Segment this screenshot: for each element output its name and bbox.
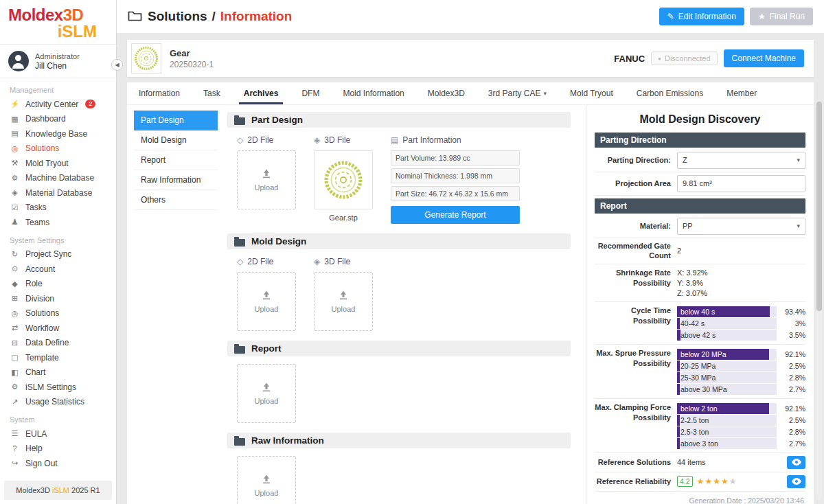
sidebar-item-tasks[interactable]: ☑ Tasks <box>0 201 116 216</box>
possibility-bar: above 42 s <box>677 330 777 341</box>
sidebar-item-usage-statistics[interactable]: ↗ Usage Statistics <box>0 395 116 410</box>
sidebar-collapse-button[interactable]: ◀ <box>111 59 123 71</box>
sidebar-item-label: Teams <box>25 218 49 227</box>
scrollbar[interactable] <box>816 102 822 500</box>
chevron-down-icon: ▾ <box>797 222 800 230</box>
sidebar-item-mold-tryout[interactable]: ⚒ Mold Tryout <box>0 156 116 171</box>
upload-report-file[interactable]: Upload <box>237 364 296 423</box>
workflow-icon: ⇄ <box>10 323 20 332</box>
sidebar-item-dashboard[interactable]: ▦ Dashboard <box>0 112 116 127</box>
possibility-row: 20-25 MPa 2.5% <box>677 360 805 371</box>
parting-direction-select[interactable]: Z ▾ <box>677 152 805 169</box>
user-role: Administrator <box>35 52 80 60</box>
gear-preview-image <box>323 160 363 200</box>
sidebar-item-sign-out[interactable]: ↪ Sign Out <box>0 456 116 471</box>
sidebar-item-material-database[interactable]: ◈ Material Database <box>0 185 116 201</box>
possibility-bar: above 3 ton <box>677 438 777 449</box>
logo-islm: iSLM <box>8 22 108 41</box>
upload-2d-mold-file[interactable]: Upload <box>237 272 296 331</box>
generate-report-button[interactable]: Generate Report <box>391 206 520 224</box>
pencil-icon: ✎ <box>667 12 674 21</box>
sidebar-item-division[interactable]: ⊞ Division <box>0 291 116 306</box>
sidebar-item-islm-settings[interactable]: ⚙ iSLM Settings <box>0 380 116 395</box>
sidebar-item-knowledge-base[interactable]: ▤ Knowledge Base <box>0 126 116 141</box>
sidebar-item-label: Usage Statistics <box>25 397 84 406</box>
subnav-mold-design[interactable]: Mold Design <box>134 130 218 150</box>
folder-icon <box>234 346 245 354</box>
sidebar-item-chart[interactable]: ◧ Chart <box>0 365 116 380</box>
solutions-settings-icon: ◎ <box>10 309 20 318</box>
upload-2d-part-file[interactable]: Upload <box>237 150 296 209</box>
subnav-others[interactable]: Others <box>134 190 218 210</box>
eye-icon <box>792 459 801 466</box>
scrollbar-thumb[interactable] <box>816 102 822 311</box>
tab-carbon-emissions[interactable]: Carbon Emissions <box>625 82 715 104</box>
subnav-part-design[interactable]: Part Design <box>134 111 218 130</box>
possibility-row: above 3 ton 2.7% <box>677 438 805 449</box>
possibility-group-max-sprue-pressure-possibility: Max. Sprue Pressure Possibility below 20… <box>595 345 805 399</box>
machine-brand: FANUC <box>614 54 645 64</box>
sidebar-item-label: Mold Tryout <box>25 159 69 168</box>
possibility-row: below 20 MPa 92.1% <box>677 349 805 360</box>
3d-file-preview[interactable] <box>314 150 373 209</box>
upload-raw-information-file[interactable]: Upload <box>237 456 296 504</box>
sidebar-item-data-define[interactable]: ⊟ Data Define <box>0 336 116 351</box>
possibility-row: below 2 ton 92.1% <box>677 403 805 414</box>
tab-mold-tryout[interactable]: Mold Tryout <box>558 82 625 104</box>
project-code: 20250320-1 <box>170 60 214 69</box>
tab-archives[interactable]: Archives <box>232 82 290 104</box>
tab-moldex3d[interactable]: Moldex3D <box>416 82 477 104</box>
content-area: Part DesignMold DesignReportRaw Informat… <box>127 105 814 504</box>
subnav-raw-information[interactable]: Raw Information <box>134 170 218 190</box>
sidebar-item-role[interactable]: ◆ Role <box>0 277 116 292</box>
sidebar-section-title: Management <box>0 80 116 97</box>
sidebar-item-help[interactable]: ? Help <box>0 442 116 457</box>
breadcrumb-parent[interactable]: Solutions <box>148 9 207 24</box>
sidebar-item-workflow[interactable]: ⇄ Workflow <box>0 321 116 336</box>
discovery-title: Mold Design Discovery <box>595 113 805 126</box>
sidebar-item-activity-center[interactable]: ⚡ Activity Center 2 <box>0 97 116 112</box>
upload-3d-mold-file[interactable]: Upload <box>314 272 373 331</box>
possibility-group-max-clamping-force-possibility: Max. Clamping Force Possibility below 2 … <box>595 399 805 453</box>
edit-information-button[interactable]: ✎ Edit Information <box>659 8 744 25</box>
star-icon: ★ <box>729 476 737 487</box>
sidebar-item-account[interactable]: ⊙ Account <box>0 262 116 277</box>
sidebar-item-label: Sign Out <box>25 459 58 468</box>
sidebar-item-eula[interactable]: ☰ EULA <box>0 426 116 442</box>
material-database-icon: ◈ <box>10 188 20 197</box>
tab-mold-information[interactable]: Mold Information <box>331 82 415 104</box>
possibility-bar: 25-30 MPa <box>677 372 777 383</box>
sidebar-item-label: iSLM Settings <box>25 382 76 392</box>
sidebar-item-label: Machine Database <box>25 173 94 183</box>
final-run-button[interactable]: ★ Final Run <box>750 8 813 25</box>
possibility-row: above 42 s 3.5% <box>677 330 805 341</box>
tab-information[interactable]: Information <box>127 82 192 104</box>
breadcrumb-current: Information <box>220 9 293 24</box>
sidebar-item-solutions[interactable]: ◎ Solutions <box>0 306 116 321</box>
sidebar-section-title: System Settings <box>0 230 116 247</box>
projection-area-value: 9.81 cm² <box>677 175 805 192</box>
report-section: Report Upload <box>227 341 571 423</box>
upload-icon <box>261 168 272 179</box>
sidebar-item-teams[interactable]: ♟ Teams <box>0 215 116 230</box>
machine-status-badge: ● Disconnected <box>651 51 718 65</box>
sidebar-item-solutions[interactable]: ◎ Solutions <box>0 141 116 157</box>
tab-task[interactable]: Task <box>192 82 232 104</box>
sidebar-item-label: Knowledge Base <box>25 129 87 139</box>
sidebar-item-machine-database[interactable]: ⚙ Machine Database <box>0 171 116 186</box>
part-design-header: Part Design <box>227 112 571 128</box>
tab-3rd-party-cae[interactable]: 3rd Party CAE▾ <box>477 82 558 104</box>
breadcrumb: Solutions / Information <box>148 9 292 24</box>
view-reference-reliability-button[interactable] <box>787 475 805 488</box>
connect-machine-button[interactable]: Connect Machine <box>724 49 804 67</box>
sidebar-item-template[interactable]: ▢ Template <box>0 350 116 365</box>
possibility-bar: above 30 MPa <box>677 384 777 395</box>
sidebar-item-project-sync[interactable]: ↻ Project Sync <box>0 247 116 262</box>
subnav-report[interactable]: Report <box>134 150 218 170</box>
material-select[interactable]: PP ▾ <box>677 218 805 235</box>
part-info-row: Nominal Thickness: 1.998 mm <box>391 168 520 183</box>
tab-dfm[interactable]: DFM <box>290 82 331 104</box>
view-reference-solutions-button[interactable] <box>787 456 805 469</box>
2d-file-icon: ◇ <box>237 135 243 145</box>
tab-member[interactable]: Member <box>715 82 768 104</box>
